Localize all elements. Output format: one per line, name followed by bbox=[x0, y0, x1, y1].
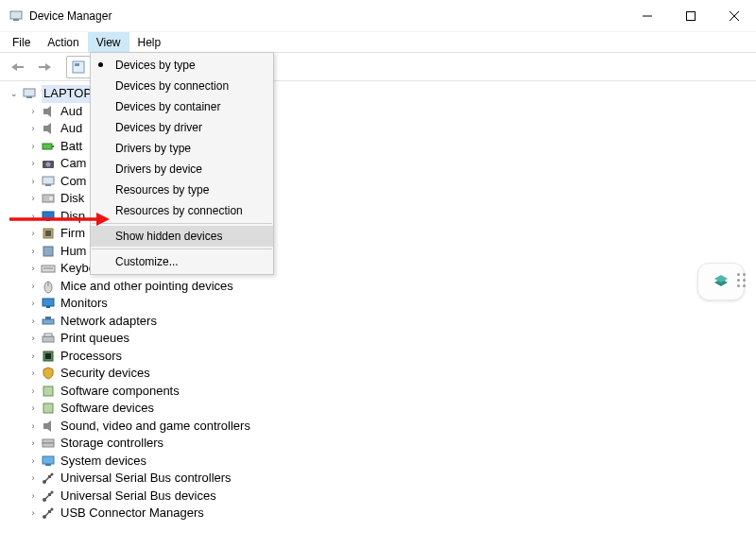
svg-rect-35 bbox=[45, 317, 51, 319]
expand-icon[interactable]: › bbox=[26, 315, 40, 328]
tree-node[interactable]: ›Processors bbox=[26, 348, 756, 366]
tree-node-label: Security devices bbox=[60, 365, 150, 383]
menu-item-label: Devices by type bbox=[115, 59, 196, 72]
battery-icon bbox=[41, 139, 56, 154]
menu-item-label: Customize... bbox=[115, 255, 179, 268]
svg-rect-58 bbox=[48, 510, 51, 513]
titlebar: Device Manager bbox=[0, 0, 756, 32]
expand-icon[interactable]: › bbox=[26, 367, 40, 380]
menu-help[interactable]: Help bbox=[129, 32, 170, 52]
expand-icon[interactable]: › bbox=[26, 122, 40, 135]
tree-node[interactable]: ›Mice and other pointing devices bbox=[26, 278, 756, 296]
svg-rect-44 bbox=[43, 443, 54, 447]
menu-item[interactable]: Devices by type bbox=[91, 55, 273, 76]
expand-icon[interactable]: › bbox=[26, 262, 40, 275]
tree-node-label: Com bbox=[60, 173, 86, 191]
menu-action[interactable]: Action bbox=[39, 32, 87, 52]
menu-separator bbox=[92, 248, 272, 249]
menu-file[interactable]: File bbox=[4, 32, 39, 52]
collapse-icon[interactable]: ⌄ bbox=[8, 87, 21, 100]
menu-item[interactable]: Drivers by type bbox=[91, 138, 273, 159]
menu-item-label: Drivers by type bbox=[115, 142, 191, 155]
svg-rect-45 bbox=[43, 456, 54, 464]
tree-node[interactable]: ›Software devices bbox=[26, 400, 756, 418]
svg-rect-50 bbox=[48, 475, 51, 478]
tree-node-label: Universal Serial Bus devices bbox=[60, 488, 216, 505]
svg-rect-8 bbox=[73, 61, 84, 73]
menu-item[interactable]: Resources by type bbox=[91, 180, 273, 200]
svg-rect-9 bbox=[75, 63, 79, 66]
expand-icon[interactable]: › bbox=[26, 227, 40, 240]
tree-node-label: USB Connector Managers bbox=[60, 505, 204, 522]
tree-node-label: Aud bbox=[60, 120, 82, 138]
tree-node[interactable]: ›System devices bbox=[26, 453, 756, 471]
menu-item[interactable]: Customize... bbox=[91, 251, 273, 272]
expand-icon[interactable]: › bbox=[26, 437, 40, 450]
tree-node-label: Software devices bbox=[60, 400, 154, 418]
expand-icon[interactable]: › bbox=[26, 157, 40, 170]
svg-rect-43 bbox=[43, 439, 54, 443]
printer-icon bbox=[41, 331, 56, 346]
svg-rect-40 bbox=[43, 386, 53, 396]
tree-node-label: Software components bbox=[60, 383, 180, 401]
tree-node[interactable]: ›Print queues bbox=[26, 330, 756, 348]
expand-icon[interactable]: › bbox=[26, 280, 40, 293]
svg-rect-0 bbox=[10, 11, 22, 19]
expand-icon[interactable]: › bbox=[26, 454, 40, 468]
tree-node[interactable]: ›Universal Serial Bus devices bbox=[26, 488, 756, 505]
forward-button[interactable] bbox=[32, 56, 57, 78]
expand-icon[interactable]: › bbox=[26, 402, 40, 415]
security-icon bbox=[41, 366, 56, 381]
tree-node-label: Storage controllers bbox=[60, 435, 163, 453]
expand-icon[interactable]: › bbox=[26, 175, 40, 188]
check-icon bbox=[98, 62, 103, 67]
expand-icon[interactable]: › bbox=[26, 105, 40, 118]
svg-rect-32 bbox=[43, 299, 54, 306]
menu-item-label: Devices by connection bbox=[115, 79, 229, 93]
tree-node[interactable]: ›Universal Serial Bus controllers bbox=[26, 470, 756, 488]
expand-icon[interactable]: › bbox=[26, 297, 40, 310]
menu-item[interactable]: Devices by driver bbox=[91, 117, 273, 138]
floating-helper-badge[interactable] bbox=[697, 263, 745, 300]
menu-view[interactable]: View bbox=[88, 32, 129, 52]
properties-button[interactable] bbox=[66, 56, 91, 78]
svg-rect-46 bbox=[45, 464, 51, 466]
tree-node[interactable]: ›Network adapters bbox=[26, 313, 756, 331]
expand-icon[interactable]: › bbox=[26, 332, 40, 345]
menu-item[interactable]: Devices by container bbox=[91, 96, 273, 117]
expand-icon[interactable]: › bbox=[26, 506, 40, 520]
menu-item-label: Devices by container bbox=[115, 100, 220, 113]
tree-node[interactable]: ›Sound, video and game controllers bbox=[26, 418, 756, 436]
expand-icon[interactable]: › bbox=[26, 471, 40, 485]
expand-icon[interactable]: › bbox=[26, 350, 40, 363]
svg-rect-7 bbox=[39, 66, 45, 68]
expand-icon[interactable]: › bbox=[26, 489, 40, 503]
svg-rect-3 bbox=[687, 11, 696, 20]
tree-node[interactable]: ›Security devices bbox=[26, 365, 756, 383]
close-button[interactable] bbox=[713, 0, 756, 31]
tree-node[interactable]: ›Monitors bbox=[26, 295, 756, 313]
menu-item-label: Resources by type bbox=[115, 183, 209, 197]
tree-node[interactable]: ›USB Connector Managers bbox=[26, 505, 756, 522]
tree-node[interactable]: ›Software components bbox=[26, 383, 756, 401]
usb-icon bbox=[41, 505, 56, 521]
expand-icon[interactable]: › bbox=[26, 385, 40, 398]
menu-item[interactable]: Devices by connection bbox=[91, 76, 273, 96]
expand-icon[interactable]: › bbox=[26, 140, 40, 153]
svg-point-22 bbox=[49, 197, 53, 200]
expand-icon[interactable]: › bbox=[26, 245, 40, 258]
expand-icon[interactable]: › bbox=[26, 420, 40, 433]
svg-rect-12 bbox=[26, 96, 32, 98]
tree-node-label: Print queues bbox=[60, 330, 129, 348]
menu-item[interactable]: Drivers by device bbox=[91, 159, 273, 180]
maximize-button[interactable] bbox=[669, 0, 713, 31]
component-icon bbox=[41, 384, 56, 399]
menu-item[interactable]: Show hidden devices bbox=[91, 226, 273, 247]
expand-icon[interactable]: › bbox=[26, 192, 40, 205]
network-icon bbox=[41, 314, 56, 329]
svg-rect-13 bbox=[43, 109, 47, 114]
back-button[interactable] bbox=[6, 56, 30, 78]
tree-node[interactable]: ›Storage controllers bbox=[26, 435, 756, 453]
minimize-button[interactable] bbox=[626, 0, 669, 31]
menu-item[interactable]: Resources by connection bbox=[91, 200, 273, 221]
